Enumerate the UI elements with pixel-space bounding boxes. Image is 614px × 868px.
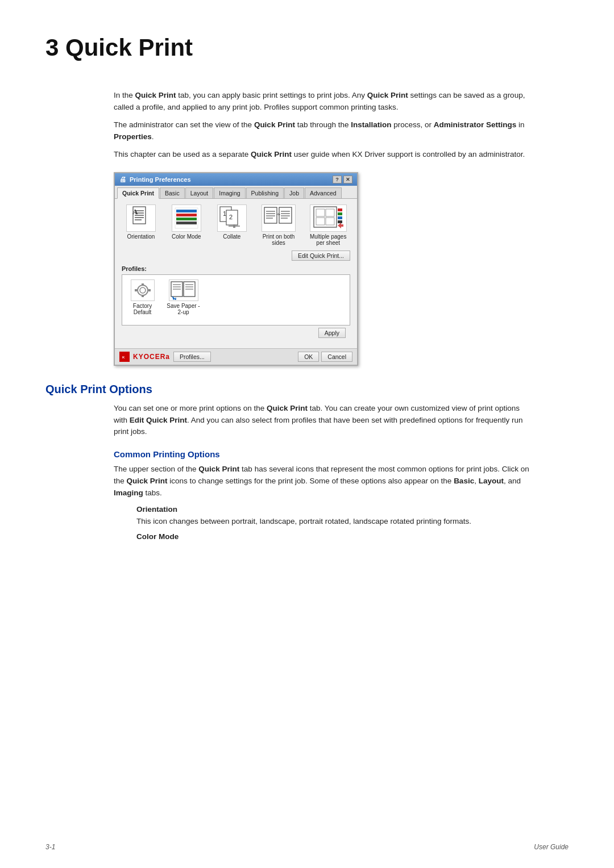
svg-rect-23 (279, 207, 292, 223)
svg-rect-34 (338, 208, 342, 211)
quick-print-options-body: You can set one or more print options on… (114, 403, 534, 439)
icon-item-printboth[interactable]: Print on both sides (258, 205, 300, 246)
factory-default-label: FactoryDefault (133, 303, 152, 315)
orientation-label: Orientation (127, 233, 155, 240)
dialog-body: A Orientation (115, 199, 357, 348)
icon-item-collate[interactable]: 1 2 Collate (213, 205, 251, 240)
svg-rect-36 (338, 216, 342, 219)
svg-rect-31 (326, 209, 334, 216)
tab-layout[interactable]: Layout (185, 187, 214, 198)
common-printing-options-body: The upper section of the Quick Print tab… (114, 464, 534, 499)
tab-imaging[interactable]: Imaging (214, 187, 245, 198)
svg-text:K: K (122, 356, 125, 359)
intro-section: In the Quick Print tab, you can apply ba… (114, 90, 534, 161)
printboth-icon-box[interactable] (262, 205, 296, 232)
icon-item-multipages[interactable]: Multiple pages per sheet (306, 205, 350, 246)
svg-rect-37 (338, 220, 342, 223)
page-footer: 3-1 User Guide (45, 843, 569, 851)
svg-point-39 (140, 287, 146, 293)
profile-item-savepaper[interactable]: Save Paper -2-up (165, 279, 202, 315)
colormode-icon (174, 207, 199, 229)
svg-rect-42 (135, 289, 137, 291)
ok-button[interactable]: OK (298, 352, 319, 362)
svg-rect-32 (316, 218, 325, 225)
dialog-wrapper: 🖨 Printing Preferences ? ✕ Quick Print B… (114, 172, 534, 366)
color-mode-subheading: Color Mode (136, 532, 569, 541)
svg-text:1: 1 (223, 210, 226, 217)
printboth-label: Print on both sides (258, 233, 300, 246)
cancel-button[interactable]: Cancel (321, 352, 352, 362)
tab-advanced[interactable]: Advanced (305, 187, 342, 198)
dialog-printer-icon: 🖨 (119, 176, 126, 183)
dialog-tabs: Quick Print Basic Layout Imaging Publish… (115, 186, 357, 199)
help-button[interactable]: ? (333, 176, 342, 183)
orientation-icon-box[interactable]: A (126, 205, 156, 232)
svg-rect-17 (233, 224, 235, 228)
dialog-footer: Apply (122, 326, 350, 343)
icon-item-orientation[interactable]: A Orientation (122, 205, 160, 240)
svg-marker-52 (172, 297, 175, 300)
orientation-sub-body: This icon changes between portrait, land… (136, 516, 534, 528)
common-printing-options-heading: Common Printing Options (114, 449, 569, 459)
multipages-icon (312, 206, 345, 231)
multipages-label: Multiple pages per sheet (306, 233, 350, 246)
apply-button[interactable]: Apply (318, 328, 346, 338)
savepaper-icon[interactable] (169, 279, 198, 301)
profile-item-factory[interactable]: FactoryDefault (127, 279, 158, 315)
orientation-icon: A (131, 206, 151, 230)
printing-preferences-dialog: 🖨 Printing Preferences ? ✕ Quick Print B… (114, 172, 358, 366)
savepaper-label: Save Paper -2-up (167, 303, 200, 315)
colormode-label: Color Mode (172, 233, 201, 240)
intro-para-1: In the Quick Print tab, you can apply ba… (114, 90, 534, 114)
tab-basic[interactable]: Basic (160, 187, 185, 198)
quick-print-options-heading: Quick Print Options (45, 383, 569, 396)
svg-rect-41 (142, 295, 144, 297)
colormode-icon-box[interactable] (172, 205, 201, 232)
quick-print-icons-row: A Orientation (122, 205, 350, 246)
factory-default-icon[interactable] (131, 279, 155, 301)
footer-page-number: 3-1 (45, 843, 55, 851)
tab-job[interactable]: Job (284, 187, 304, 198)
collate-icon-box[interactable]: 1 2 (217, 205, 247, 232)
svg-rect-33 (326, 218, 334, 225)
orientation-subheading: Orientation (136, 505, 569, 514)
profiles-button[interactable]: Profiles... (173, 352, 211, 362)
footer-guide-label: User Guide (534, 843, 569, 851)
svg-rect-40 (142, 283, 144, 286)
kyocera-symbol: K (121, 353, 128, 361)
svg-text:A: A (132, 207, 138, 216)
profiles-area: FactoryDefault (122, 274, 350, 326)
svg-rect-18 (264, 207, 277, 223)
intro-para-3: This chapter can be used as a separate Q… (114, 149, 534, 161)
savepaper-svg (170, 281, 197, 300)
kyocera-brand: K KYOCERa Profiles... (119, 352, 211, 362)
edit-btn-wrapper: Edit Quick Print... (122, 251, 350, 261)
titlebar-controls[interactable]: ? ✕ (333, 176, 352, 183)
svg-rect-10 (176, 218, 197, 220)
close-button[interactable]: ✕ (343, 176, 352, 183)
edit-quick-print-button[interactable]: Edit Quick Print... (292, 251, 350, 261)
factory-default-svg (132, 281, 153, 299)
svg-point-38 (138, 285, 148, 295)
svg-rect-30 (316, 209, 325, 216)
svg-text:2: 2 (229, 214, 233, 220)
collate-icon: 1 2 (218, 206, 246, 231)
intro-para-2: The administrator can set the view of th… (114, 119, 534, 143)
dialog-ok-cancel: OK Cancel (298, 352, 352, 362)
chapter-title: 3 Quick Print (45, 34, 569, 61)
printboth-icon (263, 206, 294, 231)
svg-rect-11 (176, 222, 197, 224)
svg-rect-43 (148, 289, 151, 291)
kyocera-logo-text: KYOCERa (133, 353, 170, 361)
multipages-icon-box[interactable] (310, 205, 347, 232)
svg-rect-8 (176, 210, 197, 212)
kyocera-logo-icon: K (119, 352, 130, 362)
dialog-bottom-bar: K KYOCERa Profiles... OK Cancel (115, 348, 357, 365)
tab-publishing[interactable]: Publishing (246, 187, 284, 198)
icon-item-colormode[interactable]: Color Mode (167, 205, 206, 240)
tab-quick-print[interactable]: Quick Print (117, 187, 159, 199)
collate-label: Collate (223, 233, 240, 240)
dialog-title: Printing Preferences (130, 176, 191, 183)
profiles-label: Profiles: (122, 265, 350, 272)
dialog-titlebar: 🖨 Printing Preferences ? ✕ (115, 173, 357, 186)
